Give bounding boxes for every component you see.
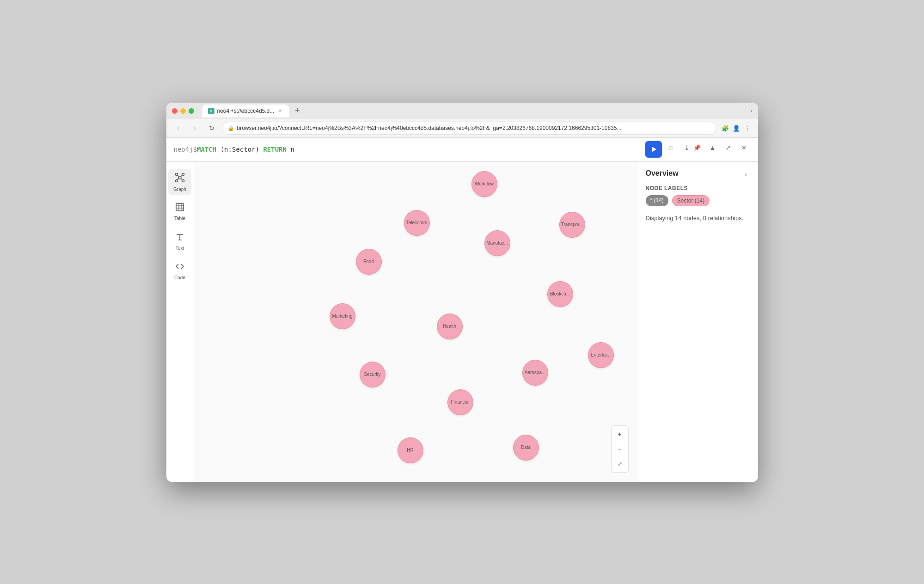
lock-icon: 🔒: [228, 125, 234, 131]
query-prompt: neo4j$: [174, 146, 197, 153]
back-button[interactable]: ‹: [172, 122, 185, 135]
query-variable: n: [287, 146, 294, 153]
node-workflow[interactable]: Workflow: [471, 171, 497, 197]
badge-sector[interactable]: Sector (14): [672, 195, 710, 206]
svg-line-8: [181, 178, 183, 180]
main-window: n neo4j+s://ebccc4d5.d... × + › ‹ › ↻ 🔒 …: [166, 103, 758, 482]
query-actions: ☆ ⤓: [645, 141, 693, 158]
minimize-button[interactable]: [180, 108, 186, 114]
sidebar-text-label: Text: [176, 246, 184, 251]
sidebar: Graph Table: [166, 162, 194, 482]
node-food[interactable]: Food: [356, 249, 382, 275]
query-content: MATCH (n:Sector) RETURN n: [197, 146, 294, 153]
return-keyword: RETURN: [263, 146, 287, 153]
toolbar-right: 🧩 👤 ⋮: [720, 123, 753, 133]
extension-icon[interactable]: 🧩: [720, 123, 730, 133]
forward-button[interactable]: ›: [189, 122, 202, 135]
run-query-button[interactable]: [645, 141, 662, 158]
svg-rect-10: [176, 203, 184, 211]
new-tab-button[interactable]: +: [291, 105, 304, 117]
sidebar-item-graph[interactable]: Graph: [168, 169, 191, 195]
overview-description: Displaying 14 nodes, 0 relationships.: [646, 214, 751, 223]
node-marketing[interactable]: Marketing: [330, 303, 355, 329]
graph-area[interactable]: + − ⤢ WorkflowTelecommTranspor...Manufac…: [194, 162, 638, 482]
tab-close-button[interactable]: ×: [277, 108, 283, 114]
label-badges: * (14) Sector (14): [646, 195, 751, 206]
traffic-lights: [172, 108, 194, 114]
tab-favicon: n: [208, 108, 214, 114]
node-transport[interactable]: Transpor...: [559, 212, 585, 238]
reload-button[interactable]: ↻: [205, 122, 218, 135]
graph-icon: [175, 172, 185, 185]
maximize-button[interactable]: [189, 108, 194, 114]
collapse-icon[interactable]: ▲: [706, 141, 719, 154]
query-bar: 📌 ▲ ⤢ ✕ neo4j$ MATCH (n:Sector) RETURN n…: [166, 138, 758, 162]
profile-icon[interactable]: 👤: [731, 123, 741, 133]
close-panel-icon[interactable]: ✕: [738, 141, 751, 154]
node-aerospace[interactable]: Aerospa...: [522, 360, 548, 386]
node-hr[interactable]: HR: [398, 437, 423, 463]
window-extra-controls: 📌 ▲ ⤢ ✕: [691, 141, 751, 154]
tabs-chevron-icon[interactable]: ›: [751, 108, 753, 114]
address-field[interactable]: 🔒 browser.neo4j.io/?connectURL=neo4j%2Bs…: [222, 122, 716, 135]
node-security[interactable]: Security: [360, 362, 386, 387]
browser-tab[interactable]: n neo4j+s://ebccc4d5.d... ×: [202, 105, 289, 117]
close-button[interactable]: [172, 108, 177, 114]
node-entertainm[interactable]: Entertai...: [588, 342, 614, 368]
main-content: Graph Table: [166, 162, 758, 482]
overview-toggle-button[interactable]: ›: [741, 169, 751, 178]
node-blockchain[interactable]: Blockch...: [547, 281, 573, 307]
tab-area: n neo4j+s://ebccc4d5.d... × + ›: [202, 105, 753, 117]
text-icon: [175, 232, 184, 244]
download-query-button[interactable]: ⤓: [680, 141, 693, 154]
node-data[interactable]: Data: [513, 435, 539, 461]
sidebar-code-label: Code: [174, 275, 185, 280]
match-keyword: MATCH: [197, 146, 216, 153]
node-telecomm[interactable]: Telecomm: [404, 210, 430, 236]
node-financial[interactable]: Financial: [447, 389, 473, 415]
fit-view-button[interactable]: ⤢: [613, 457, 626, 470]
svg-point-1: [178, 176, 181, 179]
zoom-controls: + − ⤢: [611, 425, 629, 473]
badge-all[interactable]: * (14): [646, 195, 668, 206]
svg-marker-0: [652, 147, 656, 152]
address-text: browser.neo4j.io/?connectURL=neo4j%2Bs%3…: [237, 125, 710, 131]
node-health[interactable]: Health: [437, 314, 463, 339]
overview-panel: › Overview Node labels * (14) Sector (14…: [638, 162, 758, 482]
svg-line-7: [181, 175, 183, 176]
addressbar: ‹ › ↻ 🔒 browser.neo4j.io/?connectURL=neo…: [166, 119, 758, 138]
sidebar-item-code[interactable]: Code: [168, 258, 191, 284]
expand-icon[interactable]: ⤢: [722, 141, 735, 154]
node-labels-title: Node labels: [646, 185, 751, 191]
table-icon: [175, 203, 184, 214]
svg-line-9: [177, 178, 179, 180]
zoom-out-button[interactable]: −: [613, 443, 626, 455]
code-icon: [175, 262, 184, 273]
svg-line-6: [177, 175, 179, 176]
star-query-button[interactable]: ☆: [665, 141, 678, 154]
zoom-in-button[interactable]: +: [613, 428, 626, 441]
overview-title: Overview: [646, 169, 751, 178]
sidebar-table-label: Table: [174, 216, 185, 221]
menu-icon[interactable]: ⋮: [742, 123, 753, 133]
tab-title: neo4j+s://ebccc4d5.d...: [217, 108, 275, 114]
sidebar-item-text[interactable]: Text: [168, 228, 191, 254]
sidebar-graph-label: Graph: [173, 187, 186, 192]
node-manufactur[interactable]: Manufac...: [484, 230, 510, 256]
titlebar: n neo4j+s://ebccc4d5.d... × + ›: [166, 103, 758, 119]
query-pattern: (n:Sector): [216, 146, 263, 153]
sidebar-item-table[interactable]: Table: [168, 199, 191, 225]
